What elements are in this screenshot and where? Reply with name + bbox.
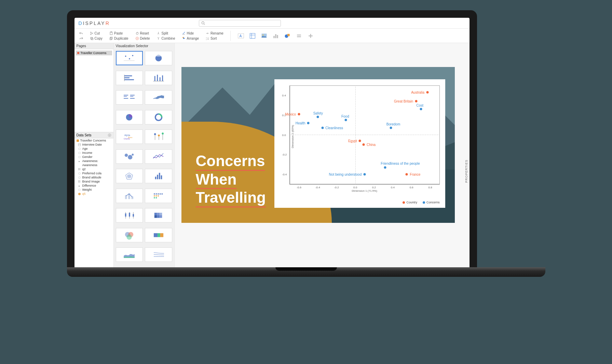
x-zero-line: [355, 85, 356, 184]
title-line-3: Travelling: [196, 189, 266, 207]
undo-button[interactable]: [78, 31, 84, 36]
svg-rect-61: [154, 76, 155, 81]
viz-thumbnail[interactable]: AlphaBravoCharlie: [116, 130, 143, 144]
viz-preview-icon: AlphaBravoCharlie: [121, 132, 137, 142]
viz-thumbnail[interactable]: [145, 90, 172, 105]
search-input[interactable]: [199, 20, 281, 27]
svg-rect-114: [157, 215, 160, 218]
variable-label: Brand attitude: [82, 176, 101, 179]
svg-rect-105: [125, 214, 126, 217]
viz-thumbnail[interactable]: [145, 189, 172, 203]
dataset-variable[interactable]: Weight: [74, 188, 113, 192]
viz-thumbnail[interactable]: [145, 247, 172, 262]
properties-tab[interactable]: PROPERTIES: [463, 158, 470, 184]
reset-button[interactable]: Reset: [134, 31, 151, 36]
svg-point-35: [78, 152, 80, 154]
viz-thumbnail[interactable]: [145, 149, 172, 164]
delete-button[interactable]: Delete: [134, 36, 151, 41]
redo-button[interactable]: [78, 36, 84, 41]
viz-thumbnail[interactable]: [145, 169, 172, 183]
svg-point-83: [128, 155, 133, 159]
split-button[interactable]: Split: [155, 31, 176, 36]
svg-point-97: [160, 193, 161, 194]
viz-thumbnail[interactable]: [116, 71, 143, 85]
viz-thumbnail[interactable]: [145, 130, 172, 144]
dataset-variable[interactable]: !q5: [74, 192, 113, 196]
dataset-variable[interactable]: aDifference: [74, 184, 113, 188]
viz-thumbnail[interactable]: [116, 189, 143, 203]
dataset-name-label: Traveller Concerns: [80, 139, 106, 142]
add-dataset-icon[interactable]: [108, 133, 111, 137]
viz-thumbnail[interactable]: [116, 208, 143, 223]
y-tick: 0.0: [282, 133, 286, 136]
viz-thumbnail[interactable]: [145, 71, 172, 85]
svg-rect-62: [157, 75, 158, 81]
viz-thumbnail[interactable]: [116, 149, 143, 164]
viz-thumbnail[interactable]: [145, 228, 172, 242]
viz-thumbnail[interactable]: [145, 51, 172, 65]
svg-point-3: [90, 32, 91, 33]
datasets-title-label: Data Sets: [77, 133, 92, 137]
slide[interactable]: Concerns When Travelling Dimension 2 (60…: [181, 67, 455, 223]
dataset-variable[interactable]: Brand Image: [74, 179, 113, 184]
data-point: [406, 173, 408, 176]
paste-button[interactable]: Paste: [108, 31, 130, 36]
hide-button[interactable]: Hide: [181, 31, 201, 36]
viz-thumbnail[interactable]: [145, 208, 172, 223]
duplicate-button[interactable]: Duplicate: [108, 36, 130, 41]
dataset-variable[interactable]: Awareness: [74, 163, 113, 167]
chart-tool-icon[interactable]: [272, 32, 279, 39]
x-tick: -0.6: [297, 186, 301, 189]
copy-icon: [90, 37, 94, 40]
shape-tool-icon[interactable]: [284, 32, 291, 39]
equals-tool-icon[interactable]: [296, 32, 302, 39]
variable-type-icon: [78, 156, 81, 159]
image-tool-icon[interactable]: [261, 32, 268, 39]
cut-button[interactable]: Cut: [89, 31, 104, 36]
chart-container[interactable]: Dimension 2 (60%) -0.6-0.4-0.20.00.20.40…: [274, 79, 445, 208]
viz-preview-icon: [151, 250, 166, 260]
copy-button[interactable]: Copy: [89, 36, 104, 41]
viz-thumbnail[interactable]: [116, 110, 143, 124]
svg-point-53: [129, 58, 130, 59]
viz-thumbnail[interactable]: [116, 169, 143, 183]
svg-rect-23: [275, 34, 276, 38]
page-item[interactable]: Traveller Concerns: [76, 51, 112, 55]
hide-icon: [182, 31, 186, 35]
rename-button[interactable]: Rename: [204, 31, 225, 36]
table-tool-icon[interactable]: [249, 32, 256, 39]
combine-button[interactable]: Combine: [155, 36, 176, 41]
dataset-variable[interactable]: Interview Date: [74, 143, 113, 147]
svg-rect-40: [78, 169, 79, 170]
textbox-tool-icon[interactable]: A: [237, 32, 244, 39]
variable-label: Interview Date: [82, 143, 102, 146]
viz-thumbnail[interactable]: [116, 90, 143, 105]
dataset-name[interactable]: Traveller Concerns: [74, 138, 113, 143]
canvas[interactable]: PROPERTIES Concerns When Travelling Dime…: [175, 43, 470, 267]
data-label: Health: [296, 121, 305, 125]
plus-tool-icon[interactable]: [307, 32, 314, 39]
svg-rect-4: [91, 37, 93, 39]
dataset-variable[interactable]: aAwareness:: [74, 159, 113, 163]
viz-thumbnail[interactable]: [116, 51, 143, 65]
viz-preview-icon: [151, 230, 166, 240]
dataset-variable[interactable]: q2: [74, 167, 113, 171]
dataset-variable[interactable]: Age: [74, 147, 113, 151]
arrange-button[interactable]: Arrange: [181, 36, 201, 41]
data-point: [345, 119, 347, 121]
svg-rect-107: [129, 213, 130, 217]
dataset-variable[interactable]: Preferred cola: [74, 171, 113, 175]
dataset-variable[interactable]: Income: [74, 151, 113, 155]
dataset-variable[interactable]: Brand attitude: [74, 175, 113, 179]
data-point: [316, 116, 319, 118]
reset-icon: [135, 31, 139, 35]
viz-thumbnail[interactable]: [145, 110, 172, 124]
viz-thumbnail[interactable]: [116, 247, 143, 262]
viz-preview-icon: [151, 171, 166, 181]
variable-type-icon: [78, 180, 81, 183]
data-point: [298, 113, 300, 115]
viz-thumbnail[interactable]: [116, 228, 143, 242]
delete-icon: [135, 37, 139, 40]
sort-button[interactable]: azSort: [204, 36, 225, 41]
dataset-variable[interactable]: Gender: [74, 155, 113, 159]
